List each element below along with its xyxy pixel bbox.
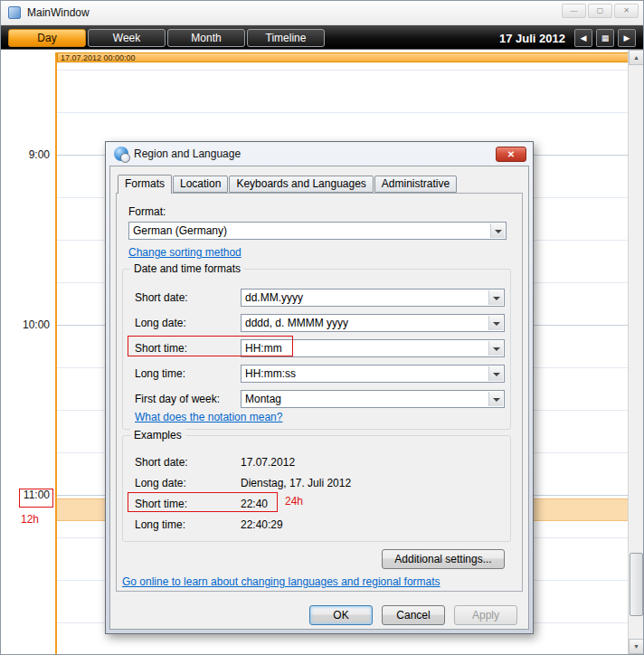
long-date-value: dddd, d. MMMM yyyy — [245, 317, 348, 329]
example-long-time-label: Long time: — [135, 518, 185, 531]
prev-day-icon[interactable]: ◀ — [574, 29, 592, 47]
example-long-time-value: 22:40:29 — [241, 518, 283, 531]
day-header-label: 17.07.2012 00:00:00 — [61, 53, 136, 62]
tab-location[interactable]: Location — [173, 176, 228, 193]
datetime-group-title: Date and time formats — [130, 262, 244, 275]
tab-month[interactable]: Month — [167, 29, 245, 47]
short-date-label: Short date: — [135, 291, 188, 304]
example-short-date-value: 17.07.2012 — [241, 456, 295, 469]
examples-group-title: Examples — [130, 429, 185, 441]
chevron-down-icon[interactable] — [488, 366, 503, 381]
examples-group: Examples Short date: 17.07.2012 Long dat… — [122, 435, 511, 542]
tab-day[interactable]: Day — [8, 29, 86, 47]
minimize-icon[interactable]: — — [562, 4, 586, 18]
go-online-link[interactable]: Go online to learn about changing langua… — [122, 575, 440, 588]
tab-administrative[interactable]: Administrative — [374, 176, 457, 193]
dialog-title: Region and Language — [134, 147, 241, 160]
current-date-label: 17 Juli 2012 — [499, 32, 565, 45]
short-date-combobox[interactable]: dd.MM.yyyy — [241, 289, 505, 307]
first-day-value: Montag — [245, 393, 281, 405]
globe-clock-icon — [114, 147, 128, 161]
annotation-box-1100 — [19, 489, 53, 508]
cancel-button[interactable]: Cancel — [382, 605, 445, 625]
ok-button[interactable]: OK — [309, 605, 373, 625]
region-language-dialog: Region and Language ✕ Formats Location K… — [105, 141, 534, 634]
long-time-combobox[interactable]: HH:mm:ss — [241, 365, 505, 383]
chevron-down-icon[interactable] — [488, 341, 503, 356]
first-day-combobox[interactable]: Montag — [241, 390, 505, 408]
chevron-down-icon[interactable] — [488, 316, 503, 330]
format-combobox[interactable]: German (Germany) — [128, 222, 507, 240]
app-icon — [8, 6, 21, 19]
time-label-9: 9:00 — [1, 148, 50, 161]
apply-button[interactable]: Apply — [454, 605, 517, 625]
time-label-10: 10:00 — [1, 318, 50, 331]
annotation-24h: 24h — [285, 495, 303, 508]
example-short-date-label: Short date: — [135, 456, 188, 469]
next-day-icon[interactable]: ▶ — [618, 29, 636, 47]
view-toolbar: Day Week Month Timeline 17 Juli 2012 ◀ ▦… — [1, 25, 643, 50]
format-combobox-value: German (Germany) — [133, 224, 227, 237]
grid-line — [57, 112, 630, 113]
grid-line — [57, 70, 630, 71]
chevron-down-icon[interactable] — [488, 290, 503, 305]
additional-settings-button[interactable]: Additional settings... — [382, 549, 505, 569]
formats-tab-page: Format: German (Germany) Change sorting … — [116, 193, 523, 592]
long-time-value: HH:mm:ss — [245, 367, 296, 380]
maximize-icon[interactable]: ▢ — [588, 4, 612, 18]
scroll-up-icon[interactable]: ▲ — [629, 50, 644, 65]
annotation-12h: 12h — [21, 513, 39, 526]
long-date-combobox[interactable]: dddd, d. MMMM yyyy — [241, 314, 505, 332]
vertical-scrollbar[interactable]: ▲ ▼ — [628, 50, 643, 654]
example-long-date-value: Dienstag, 17. Juli 2012 — [241, 477, 351, 489]
calendar-grid-icon[interactable]: ▦ — [596, 29, 614, 47]
annotation-box-short-time-format — [128, 336, 293, 356]
scrollbar-thumb[interactable] — [630, 553, 643, 616]
window-titlebar: MainWindow — ▢ ✕ — [1, 1, 643, 25]
dialog-body: Formats Location Keyboards and Languages… — [109, 166, 529, 630]
day-column-border — [55, 52, 57, 654]
long-date-label: Long date: — [135, 317, 186, 329]
main-window: MainWindow — ▢ ✕ Day Week Month Timeline… — [0, 0, 644, 655]
notation-link[interactable]: What does the notation mean? — [135, 411, 282, 423]
chevron-down-icon[interactable] — [490, 223, 505, 238]
tab-keyboards[interactable]: Keyboards and Languages — [229, 176, 373, 193]
short-date-value: dd.MM.yyyy — [245, 291, 303, 304]
dialog-close-icon[interactable]: ✕ — [496, 147, 526, 162]
tab-week[interactable]: Week — [88, 29, 166, 47]
chevron-down-icon[interactable] — [488, 392, 503, 406]
long-time-label: Long time: — [135, 367, 185, 380]
close-icon[interactable]: ✕ — [614, 4, 639, 18]
change-sorting-link[interactable]: Change sorting method — [128, 246, 242, 259]
annotation-box-short-time-example — [128, 492, 278, 512]
dialog-tabstrip: Formats Location Keyboards and Languages… — [118, 175, 458, 194]
tab-timeline[interactable]: Timeline — [247, 29, 325, 47]
first-day-label: First day of week: — [135, 393, 220, 405]
format-label: Format: — [128, 205, 166, 218]
window-title: MainWindow — [27, 6, 90, 19]
example-long-date-label: Long date: — [135, 477, 186, 489]
scroll-down-icon[interactable]: ▼ — [629, 639, 644, 654]
window-controls: — ▢ ✕ — [562, 4, 639, 18]
tab-formats[interactable]: Formats — [118, 175, 172, 194]
day-header-band: 17.07.2012 00:00:00 — [57, 52, 630, 62]
